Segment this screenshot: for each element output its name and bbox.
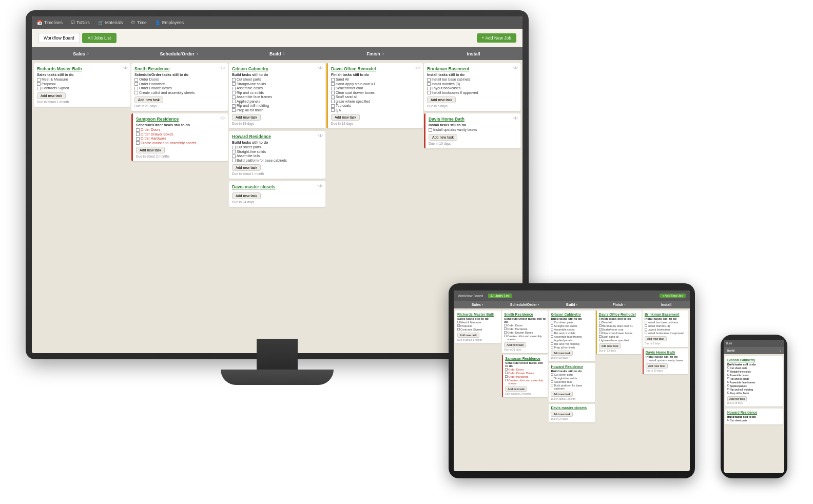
tablet-nav: Workflow Board All Jobs List + Add New J… (454, 290, 690, 301)
tablet-task: Assemble face frames (551, 335, 592, 338)
checkbox-icon[interactable] (331, 91, 335, 94)
tablet-task: glaze where specified (599, 339, 640, 342)
col-build: ◁▷ Gibson Cabinetry Build tasks still to… (229, 63, 325, 350)
col-finish: ◁▷ Davis Office Remodel Finish tasks sti… (326, 63, 423, 350)
card-sampson[interactable]: ◁▷ Sampson Residence Schedule/Order task… (131, 113, 228, 161)
card-richards[interactable]: ◁▷ Richards Master Bath Sales tasks stil… (34, 63, 130, 107)
nav-employees[interactable]: 👤 Employees (155, 20, 184, 25)
checkbox-icon[interactable] (232, 91, 236, 94)
checkbox-icon[interactable] (232, 108, 236, 112)
card-davis-closets[interactable]: ◁▷ Davis master closets Add new task Due… (229, 181, 325, 207)
add-task-button[interactable]: Add new task (134, 96, 163, 103)
checkbox-icon[interactable] (427, 87, 431, 90)
clock-icon: ⏱ (131, 20, 136, 25)
card-nav-arrows[interactable]: ◁▷ (318, 133, 323, 138)
task-item: Layout bookcases (427, 86, 517, 90)
tablet-task: Scuff sand all (599, 335, 640, 338)
tablet-frame: Workflow Board All Jobs List + Add New J… (449, 283, 695, 478)
tablet-col-sales: Sales › (454, 301, 501, 308)
checkbox-icon[interactable] (232, 82, 236, 86)
tablet-task: Cut sheet parts (551, 373, 592, 376)
checkbox-icon[interactable] (427, 82, 431, 86)
col-header-schedule: Schedule/Order › (130, 47, 228, 60)
nav-time[interactable]: ⏱ Time (131, 20, 147, 25)
task-item: Build platform for base cabinets (232, 159, 322, 163)
checkbox-icon[interactable] (232, 95, 236, 99)
task-item: Contracts Signed (37, 86, 127, 90)
add-task-button[interactable]: Add new task (331, 114, 360, 121)
card-nav-arrows[interactable]: ◁▷ (220, 116, 225, 120)
checkbox-icon[interactable] (331, 78, 335, 82)
checkbox-icon[interactable] (427, 91, 431, 94)
checkbox-icon[interactable] (331, 108, 335, 112)
card-nav-arrows[interactable]: ◁▷ (513, 66, 518, 70)
tab-all-jobs[interactable]: All Jobs List (82, 33, 117, 43)
checkbox-icon[interactable] (232, 159, 236, 162)
nav-materials[interactable]: 🛒 Materials (98, 20, 123, 25)
checkbox-icon[interactable] (331, 100, 335, 103)
checkbox-icon[interactable] (37, 82, 41, 86)
checkbox-icon[interactable] (134, 87, 138, 90)
monitor-stand-neck (257, 339, 298, 370)
tablet-app: Workflow Board All Jobs List + Add New J… (454, 290, 690, 471)
tab-workflow[interactable]: Workflow Board (38, 33, 80, 43)
checkbox-icon[interactable] (136, 132, 140, 136)
card-nav-arrows[interactable]: ◁▷ (220, 66, 225, 70)
checkbox-icon[interactable] (232, 104, 236, 108)
checkbox-icon[interactable] (232, 146, 236, 149)
checkbox-icon[interactable] (331, 82, 335, 86)
tablet-schedule-col: Smith Residence Schedule/Order tasks sti… (502, 311, 548, 469)
checkbox-icon[interactable] (136, 128, 140, 132)
nav-timelines[interactable]: 📅 Timelines (37, 20, 63, 25)
phone-card-gibson: Gibson Cabinetry Build tasks still to do… (725, 356, 783, 406)
task-item: Applied panels (232, 100, 322, 104)
card-gibson[interactable]: ◁▷ Gibson Cabinetry Build tasks still to… (229, 63, 325, 128)
card-nav-arrows[interactable]: ◁▷ (318, 66, 323, 70)
checkbox-icon[interactable] (331, 95, 335, 99)
checkbox-icon[interactable] (37, 87, 41, 90)
checkbox-icon[interactable] (37, 78, 41, 82)
card-davis-bath[interactable]: ◁▷ Davis Home Bath Install tasks still t… (424, 113, 520, 148)
checkbox-icon[interactable] (136, 137, 140, 141)
card-brinkman[interactable]: ◁▷ Brinkman Basement Install tasks still… (424, 63, 520, 111)
tablet-task: Install bar base cabinets (645, 321, 686, 324)
tablet-task: Sealer/toner coat (599, 328, 640, 331)
tablet-task: Rip and mill molding (551, 342, 592, 345)
card-nav-arrows[interactable]: ◁▷ (318, 184, 323, 188)
checkbox-icon[interactable] (232, 78, 236, 82)
phone-task: Rip and cc solids (727, 377, 781, 380)
add-task-button[interactable]: Add new task (37, 92, 66, 99)
card-smith[interactable]: ◁▷ Smith Residence Schedule/Order tasks … (131, 63, 228, 111)
card-nav-arrows[interactable]: ◁▷ (513, 116, 518, 120)
checkbox-icon[interactable] (136, 141, 140, 145)
checkbox-icon[interactable] (427, 78, 431, 82)
add-task-button[interactable]: Add new task (427, 96, 456, 103)
tablet-task: Prep all for finish (551, 346, 592, 349)
checkbox-icon[interactable] (331, 87, 335, 90)
tablet-task: Order Hardware (504, 327, 546, 331)
add-task-button[interactable]: Add new task (232, 164, 261, 171)
checkbox-icon[interactable] (232, 100, 236, 103)
add-task-button[interactable]: Add new task (232, 192, 261, 199)
tablet-task: Clear coat drawer boxes (599, 332, 640, 335)
phone-task: Rip and mill molding (727, 388, 781, 391)
card-davis-office[interactable]: ◁▷ Davis Office Remodel Finish tasks sti… (326, 63, 423, 128)
tablet-card-brinkman: Brinkman Basement Install tasks still to… (643, 311, 688, 347)
checkbox-icon[interactable] (429, 128, 432, 132)
checkbox-icon[interactable] (232, 87, 236, 90)
tablet-task: Order Drawer Boxes (505, 372, 546, 375)
add-task-button[interactable]: Add new task (136, 147, 165, 153)
checkbox-icon[interactable] (331, 104, 335, 108)
card-howard[interactable]: ◁▷ Howard Residence Build tasks still to… (229, 131, 325, 179)
checkbox-icon[interactable] (232, 154, 236, 158)
checkbox-icon[interactable] (232, 150, 236, 153)
checkbox-icon[interactable] (134, 91, 138, 94)
card-nav-arrows[interactable]: ◁▷ (123, 66, 128, 70)
add-task-button[interactable]: Add new task (429, 134, 457, 141)
nav-todos[interactable]: ☑ ToDo's (71, 20, 90, 25)
checkbox-icon[interactable] (134, 78, 138, 82)
checkbox-icon[interactable] (134, 82, 138, 86)
card-nav-arrows[interactable]: ◁▷ (415, 66, 420, 70)
add-job-button[interactable]: + Add New Job (477, 33, 516, 43)
add-task-button[interactable]: Add new task (232, 114, 261, 121)
